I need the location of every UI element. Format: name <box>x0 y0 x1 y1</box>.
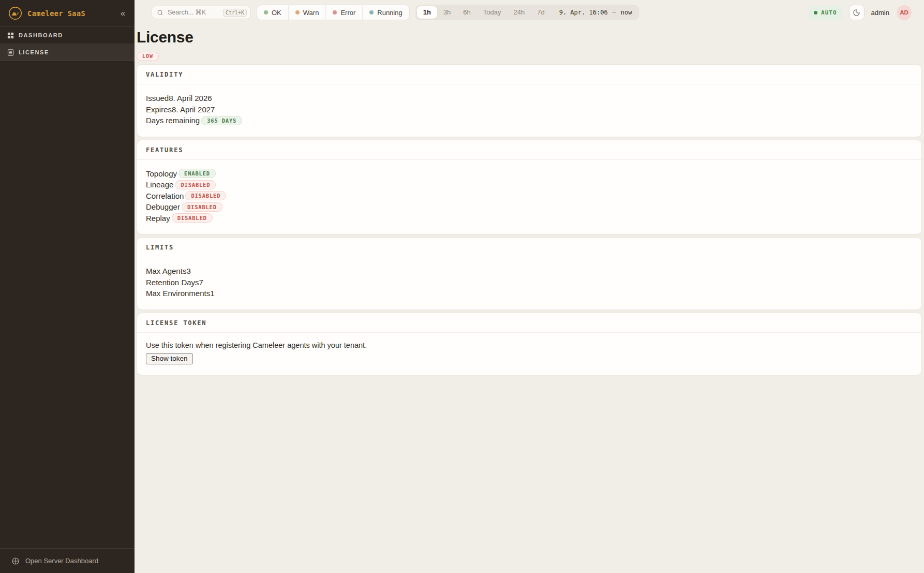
row-status-badge: DISABLED <box>175 180 216 189</box>
row-value: 8. April 2026 <box>169 94 212 102</box>
time-range-24h[interactable]: 24h <box>508 6 531 19</box>
row-replay: ReplayDISABLED <box>146 213 913 224</box>
document-icon <box>6 48 14 56</box>
row-label: Max Agents <box>146 267 186 275</box>
license-token-description: Use this token when registering Cameleer… <box>146 341 913 349</box>
license-level-badge: LOW <box>137 52 159 61</box>
time-to: now <box>621 9 632 16</box>
section-body-limits: Max Agents3Retention Days7Max Environmen… <box>137 257 921 310</box>
section-title-limits: LIMITS <box>137 238 921 257</box>
filter-ok[interactable]: OK <box>257 5 289 20</box>
user-avatar[interactable]: AD <box>897 5 912 20</box>
sidebar-item-license[interactable]: LICENSE <box>0 44 135 61</box>
card-limits: LIMITSMax Agents3Retention Days7Max Envi… <box>137 237 922 310</box>
search-icon <box>157 9 163 16</box>
moon-icon <box>853 9 860 17</box>
time-range-7d[interactable]: 7d <box>531 6 550 19</box>
topbar: Ctrl+K OKWarnErrorRunning 1h3h6hToday24h… <box>135 0 924 25</box>
row-status-badge: DISABLED <box>182 202 222 212</box>
row-expires: Expires8. April 2027 <box>146 104 913 115</box>
row-status-badge: DISABLED <box>172 213 213 223</box>
filter-label: Warn <box>303 9 319 17</box>
card-features: FEATURESTopologyENABLEDLineageDISABLEDCo… <box>137 140 922 235</box>
row-label: Expires <box>146 105 172 114</box>
time-range-display[interactable]: 9. Apr. 16:06 — now <box>551 9 637 16</box>
globe-icon <box>11 557 20 565</box>
time-separator: — <box>613 9 616 16</box>
search-box[interactable]: Ctrl+K <box>152 6 251 19</box>
brand-title: Cameleer SaaS <box>27 9 118 18</box>
section-title-license-token: LICENSE TOKEN <box>137 313 921 333</box>
status-dot-warn <box>295 10 300 14</box>
sidebar: Cameleer SaaS « DASHBOARDLICENSE Open Se… <box>0 0 135 573</box>
grid-icon <box>6 31 14 39</box>
time-range-3h[interactable]: 3h <box>437 6 457 19</box>
row-max-environments: Max Environments1 <box>146 288 913 299</box>
row-label: Lineage <box>146 180 173 189</box>
row-max-agents: Max Agents3 <box>146 266 913 277</box>
time-range-1h[interactable]: 1h <box>417 6 437 19</box>
section-title-features: FEATURES <box>137 140 921 160</box>
row-value: 3 <box>186 267 190 275</box>
page-title: License <box>137 28 922 46</box>
sidebar-item-label: LICENSE <box>19 49 49 55</box>
auto-label: AUTO <box>821 9 837 16</box>
time-range-group: 1h3h6hToday24h7d 9. Apr. 16:06 — now <box>415 5 639 20</box>
time-from: 9. Apr. 16:06 <box>559 9 608 16</box>
row-label: Topology <box>146 169 177 178</box>
row-status-badge: DISABLED <box>185 191 226 200</box>
row-label: Days remaining <box>146 116 200 125</box>
row-value: 8. April 2027 <box>172 105 215 114</box>
filter-running[interactable]: Running <box>363 5 409 20</box>
row-topology: TopologyENABLED <box>146 168 913 180</box>
camel-logo-icon <box>8 6 22 20</box>
page-content: License LOW VALIDITYIssued8. April 2026E… <box>135 25 924 573</box>
card-license-token: LICENSE TOKENUse this token when registe… <box>137 313 922 375</box>
row-status-badge: 365 DAYS <box>201 116 242 125</box>
status-dot-error <box>333 10 337 14</box>
sidebar-item-dashboard[interactable]: DASHBOARD <box>0 27 135 44</box>
cards: VALIDITYIssued8. April 2026Expires8. Apr… <box>137 64 922 375</box>
sidebar-spacer <box>0 61 135 548</box>
auto-refresh-button[interactable]: AUTO <box>808 6 843 20</box>
time-range-today[interactable]: Today <box>477 6 508 19</box>
row-label: Retention Days <box>146 278 199 287</box>
status-dot-ok <box>264 10 268 14</box>
row-debugger: DebuggerDISABLED <box>146 201 913 213</box>
row-label: Correlation <box>146 192 184 200</box>
section-title-validity: VALIDITY <box>137 65 921 84</box>
filter-label: OK <box>272 9 281 17</box>
sidebar-nav: DASHBOARDLICENSE <box>0 27 135 61</box>
filter-label: Running <box>377 9 402 17</box>
filter-warn[interactable]: Warn <box>289 5 326 20</box>
section-body-features: TopologyENABLEDLineageDISABLEDCorrelatio… <box>137 160 921 234</box>
collapse-sidebar-icon[interactable]: « <box>118 8 127 19</box>
open-server-dashboard-label: Open Server Dashboard <box>25 557 98 565</box>
search-input[interactable] <box>167 8 220 17</box>
section-body-license-token: Use this token when registering Cameleer… <box>137 333 921 375</box>
row-correlation: CorrelationDISABLED <box>146 190 913 202</box>
open-server-dashboard-link[interactable]: Open Server Dashboard <box>0 548 135 573</box>
row-retention-days: Retention Days7 <box>146 277 913 288</box>
sidebar-item-label: DASHBOARD <box>19 32 63 38</box>
filter-error[interactable]: Error <box>326 5 363 20</box>
time-range-6h[interactable]: 6h <box>457 6 476 19</box>
row-issued: Issued8. April 2026 <box>146 93 913 104</box>
row-days-remaining: Days remaining365 DAYS <box>146 115 913 126</box>
username-label: admin <box>871 9 889 17</box>
row-status-badge: ENABLED <box>178 169 216 178</box>
filter-label: Error <box>340 9 355 17</box>
auto-status-dot <box>814 11 817 14</box>
search-shortcut-badge: Ctrl+K <box>223 9 247 17</box>
row-lineage: LineageDISABLED <box>146 179 913 190</box>
status-dot-running <box>369 10 374 14</box>
theme-toggle-button[interactable] <box>849 5 865 20</box>
row-label: Replay <box>146 214 170 223</box>
row-value: 7 <box>199 278 203 287</box>
row-label: Issued <box>146 94 169 102</box>
show-token-button[interactable]: Show token <box>146 353 193 364</box>
row-label: Max Environments <box>146 289 210 298</box>
row-label: Debugger <box>146 202 180 211</box>
section-body-validity: Issued8. April 2026Expires8. April 2027D… <box>137 84 921 137</box>
status-filter-group: OKWarnErrorRunning <box>257 5 410 20</box>
